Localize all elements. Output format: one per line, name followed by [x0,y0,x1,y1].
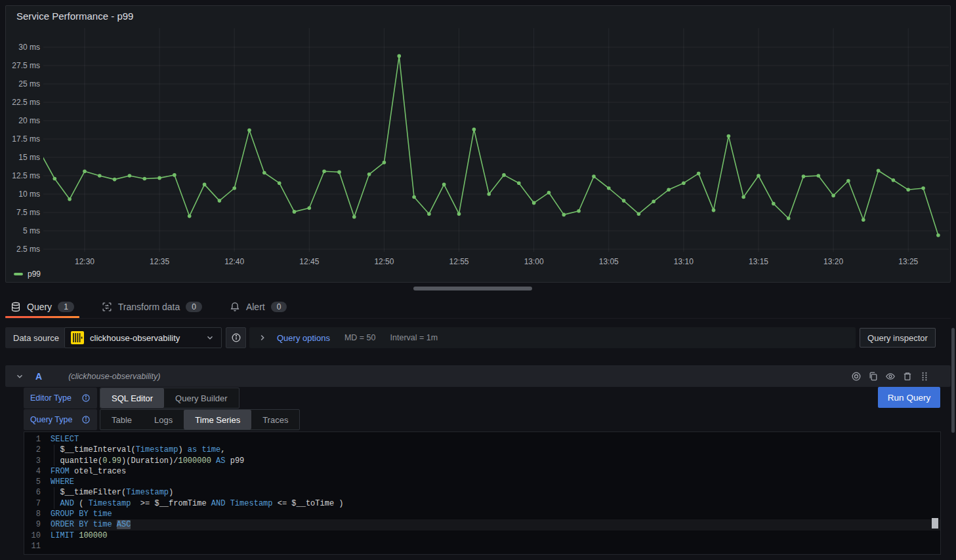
tab-alert[interactable]: Alert 0 [224,295,292,318]
x-axis-tick: 13:00 [524,257,544,266]
series-point [562,213,566,217]
run-query-button[interactable]: Run Query [878,387,940,408]
editor-type-row: Editor Type SQL EditorQuery Builder [24,388,239,409]
radio-option-time-series[interactable]: Time Series [184,410,251,430]
code-line-4[interactable]: 4FROM otel_traces [24,466,940,477]
legend-series-dash [14,273,23,275]
query-options-link[interactable]: Query options [277,333,330,343]
datasource-label: Data source [5,327,67,348]
line-content: WHERE [51,477,940,487]
series-point [278,181,281,185]
grafana-panel-edit-page: { "colors": { "series_green": "#73bf69",… [0,0,956,560]
code-line-5[interactable]: 5WHERE [24,477,940,487]
series-point [322,170,326,174]
line-content: quantile(0.99)(Duration)/1000000 AS p99 [51,456,940,466]
code-line-11[interactable]: 11 [24,541,940,551]
series-point [442,183,446,187]
series-point [472,128,476,132]
toggle-query-icon[interactable] [851,371,862,382]
series-point [98,174,102,178]
line-number: 9 [24,519,51,530]
series-point [143,177,147,181]
indent-guide [54,445,54,455]
tab-alert-label: Alert [246,302,265,312]
pane-resize-handle[interactable] [413,287,532,290]
query-type-row: Query Type TableLogsTime SeriesTraces [24,409,300,430]
series-point [697,172,701,176]
code-line-7[interactable]: 7 AND ( Timestamp >= $__fromTime AND Tim… [24,498,940,509]
legend: p99 [14,270,41,279]
radio-option-traces[interactable]: Traces [251,410,299,430]
series-point [727,134,731,138]
code-line-10[interactable]: 10LIMIT 100000 [24,530,940,541]
drag-handle-icon[interactable] [919,371,930,382]
line-content: FROM otel_traces [51,466,940,477]
code-line-2[interactable]: 2 $__timeInterval(Timestamp) as time, [24,445,940,455]
series-point [921,186,925,190]
series-point [652,199,655,203]
series-point [293,210,297,214]
query-datasource-hint: (clickhouse-observability) [68,372,160,381]
hide-query-eye-icon[interactable] [885,371,896,382]
query-options-bar[interactable]: Query options MD = 50 Interval = 1m [249,327,856,348]
tab-query-badge: 1 [58,302,74,312]
datasource-picker[interactable]: clickhouse-observability [64,327,222,348]
line-content: AND ( Timestamp >= $__fromTime AND Times… [51,498,940,509]
query-row-header[interactable]: A (clickhouse-observability) [5,365,951,387]
info-circle-icon[interactable] [81,415,91,424]
delete-query-trash-icon[interactable] [902,371,913,382]
series-point [607,186,611,190]
legend-series-label[interactable]: p99 [28,270,41,279]
collapse-chevron-icon[interactable] [14,371,25,382]
info-circle-icon[interactable] [81,393,91,403]
code-line-9[interactable]: 9ORDER BY time ASC [24,519,940,530]
series-point [337,170,341,174]
y-axis-tick: 10 ms [18,190,40,199]
y-axis-tick: 22.5 ms [12,98,40,107]
code-line-8[interactable]: 8GROUP BY time [24,509,940,519]
x-axis-tick: 12:55 [449,257,469,266]
series-point [772,202,776,206]
y-axis-tick: 27.5 ms [12,61,40,70]
radio-option-query-builder[interactable]: Query Builder [164,388,238,408]
line-content: LIMIT 100000 [51,530,940,541]
radio-option-logs[interactable]: Logs [143,410,184,430]
series-point [622,199,626,203]
series-point [892,178,896,182]
query-inspector-button[interactable]: Query inspector [860,328,936,348]
series-point [232,186,236,190]
code-line-6[interactable]: 6 $__timeFilter(Timestamp) [24,487,940,498]
series-point [262,171,266,175]
code-line-3[interactable]: 3 quantile(0.99)(Duration)/1000000 AS p9… [24,456,940,466]
max-data-points-value: MD = 50 [344,333,376,342]
sql-editor[interactable]: 1SELECT2 $__timeInterval(Timestamp) as t… [24,431,941,555]
y-axis-tick: 12.5 ms [12,171,40,180]
line-number: 11 [24,541,51,551]
series-line [40,56,938,235]
query-ref-id: A [35,371,42,382]
series-point [517,181,521,185]
editor-type-label: Editor Type [30,393,72,403]
radio-option-sql-editor[interactable]: SQL Editor [100,388,164,408]
line-content [51,541,940,551]
line-number: 4 [24,466,51,477]
duplicate-query-icon[interactable] [868,371,879,382]
panel-title[interactable]: Service Performance - p99 [16,10,133,22]
page-scrollbar-thumb[interactable] [951,328,955,433]
datasource-help-button[interactable] [226,327,246,348]
tab-transform-data[interactable]: Transform data 0 [96,295,207,318]
series-point [817,174,821,178]
radio-option-table[interactable]: Table [100,410,143,430]
y-axis-tick: 30 ms [18,43,40,52]
datasource-row: Data source clickhouse-observability Que… [5,327,951,348]
series-point [308,207,312,210]
query-type-label-box: Query Type [24,409,97,430]
timeseries-panel: Service Performance - p99 30 ms27.5 ms25… [5,5,951,283]
series-point [53,177,57,181]
y-axis-tick: 5 ms [23,226,40,235]
code-line-1[interactable]: 1SELECT [24,434,940,445]
tab-query[interactable]: Query 1 [5,295,79,318]
timeseries-plot[interactable]: 30 ms27.5 ms25 ms22.5 ms20 ms17.5 ms15 m… [6,6,950,282]
editor-cursor-indicator [932,518,938,529]
bell-icon [230,302,240,312]
